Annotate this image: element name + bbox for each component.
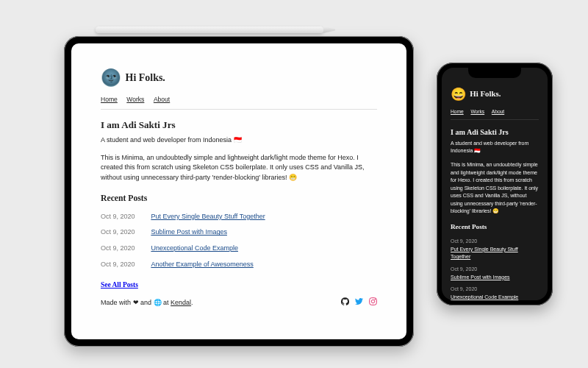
post-row: Oct 9, 2020 Sublime Post with Images xyxy=(451,266,539,281)
intro-heading: I am Adi Sakti Jrs xyxy=(451,127,539,138)
post-date: Oct 9, 2020 xyxy=(451,286,539,294)
footer-text: Made with ❤ and 🌐 at Kendal. xyxy=(101,298,193,308)
intro-paragraph: This is Minima, an undoubtedly simple an… xyxy=(101,153,377,183)
post-link[interactable]: Put Every Single Beauty Stuff Together xyxy=(151,212,265,222)
globe-icon: 🌐 xyxy=(154,299,162,306)
primary-nav: Home Works About xyxy=(101,95,377,105)
iphone-screen: 😄Hi Folks. Home Works About I am Adi Sak… xyxy=(442,68,548,300)
nav-home[interactable]: Home xyxy=(101,96,118,103)
nav-works[interactable]: Works xyxy=(470,109,484,114)
post-row: Oct 9, 2020 Unexceptional Code Example xyxy=(101,244,377,254)
iphone-notch xyxy=(468,68,521,78)
post-date: Oct 9, 2020 xyxy=(101,260,140,270)
github-icon[interactable] xyxy=(341,300,349,307)
intro-subtitle: A student and web developer from Indones… xyxy=(101,135,377,146)
post-row: Oct 9, 2020 Sublime Post with Images xyxy=(101,227,377,238)
instagram-icon[interactable] xyxy=(369,300,377,307)
apple-pencil xyxy=(96,26,323,33)
iphone-device-frame: 😄Hi Folks. Home Works About I am Adi Sak… xyxy=(437,63,553,305)
post-row: Oct 9, 2020 Put Every Single Beauty Stuf… xyxy=(101,212,377,222)
site-title-text: Hi Folks. xyxy=(470,89,501,98)
footer: Made with ❤ and 🌐 at Kendal. xyxy=(101,297,377,309)
twitter-icon[interactable] xyxy=(355,300,363,307)
primary-nav: Home Works About xyxy=(451,108,539,116)
site-title: 😄Hi Folks. xyxy=(451,85,539,105)
heart-icon: ❤ xyxy=(133,299,139,306)
post-link[interactable]: Put Every Single Beauty Stuff Together xyxy=(451,247,518,260)
moon-icon: 🌚 xyxy=(101,68,121,87)
svg-point-2 xyxy=(375,299,376,300)
post-date: Oct 9, 2020 xyxy=(451,266,539,274)
ipad-device-frame: 🌚Hi Folks. Home Works About I am Adi Sak… xyxy=(64,36,414,347)
site-title: 🌚Hi Folks. xyxy=(101,66,377,90)
post-row: Oct 9, 2020 Unexceptional Code Example xyxy=(451,286,539,300)
nav-works[interactable]: Works xyxy=(126,96,144,103)
post-date: Oct 9, 2020 xyxy=(101,227,140,238)
recent-posts-heading: Recent Posts xyxy=(101,192,377,205)
recent-posts-heading: Recent Posts xyxy=(451,222,539,233)
post-row: Oct 9, 2020 Another Example of Awesomene… xyxy=(101,260,377,270)
post-link[interactable]: Sublime Post with Images xyxy=(451,275,510,280)
nav-about[interactable]: About xyxy=(154,96,170,103)
post-link[interactable]: Unexceptional Code Example xyxy=(451,294,518,300)
social-links xyxy=(337,297,377,309)
intro-subtitle: A student and web developer from Indones… xyxy=(451,140,539,155)
post-date: Oct 9, 2020 xyxy=(451,238,539,246)
site-title-text: Hi Folks. xyxy=(126,72,165,83)
post-date: Oct 9, 2020 xyxy=(101,244,140,254)
post-link[interactable]: Another Example of Awesomeness xyxy=(151,260,253,270)
nav-about[interactable]: About xyxy=(492,109,504,114)
divider xyxy=(451,119,539,120)
nav-home[interactable]: Home xyxy=(451,109,464,114)
ipad-screen: 🌚Hi Folks. Home Works About I am Adi Sak… xyxy=(71,43,406,339)
divider xyxy=(101,109,377,110)
intro-heading: I am Adi Sakti Jrs xyxy=(101,118,377,132)
intro-paragraph: This is Minima, an undoubtedly simple an… xyxy=(451,161,539,216)
svg-point-1 xyxy=(371,300,374,302)
footer-location[interactable]: Kendal xyxy=(171,299,191,306)
post-date: Oct 9, 2020 xyxy=(101,212,140,222)
post-link[interactable]: Sublime Post with Images xyxy=(151,227,227,238)
post-row: Oct 9, 2020 Put Every Single Beauty Stuf… xyxy=(451,238,539,261)
post-link[interactable]: Unexceptional Code Example xyxy=(151,244,238,254)
smile-icon: 😄 xyxy=(451,88,467,102)
see-all-posts-link[interactable]: See All Posts xyxy=(101,280,138,290)
